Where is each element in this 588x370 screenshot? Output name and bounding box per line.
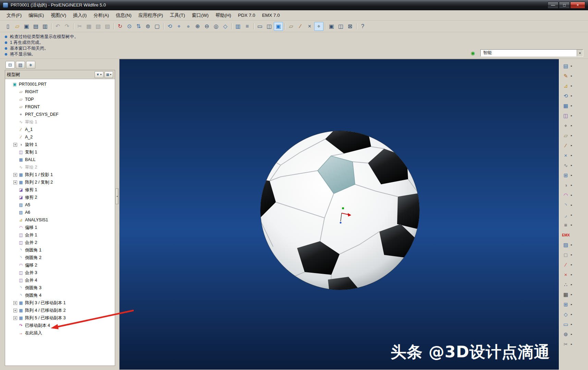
find-button[interactable]: ⊚ — [143, 22, 152, 31]
tree-item-pattern-1[interactable]: + ▦ 阵列 1 / 投影 1 — [5, 171, 115, 178]
tool-pattern[interactable]: ▦ ▸ — [562, 101, 587, 111]
emx-check[interactable]: ⊚ ▸ — [562, 329, 587, 339]
menu-edit[interactable]: 编辑(E) — [25, 11, 47, 20]
flyout-arrow-icon[interactable]: ▸ — [571, 204, 572, 207]
flyout-arrow-icon[interactable]: ▸ — [571, 343, 572, 346]
tool-revolve[interactable]: ◑ ▸ — [562, 180, 587, 190]
tree-item-round-4[interactable]: + ◝ 倒圆角 4 — [5, 292, 115, 299]
expand-icon[interactable]: + — [13, 181, 17, 184]
repaint-button[interactable]: ⟲ — [165, 22, 174, 31]
tool-offset[interactable]: ◠ ▸ — [562, 190, 587, 200]
tool-shell[interactable]: ≡ ▸ — [562, 220, 587, 230]
flyout-arrow-icon[interactable]: ▸ — [571, 164, 572, 167]
flyout-arrow-icon[interactable]: ▸ — [571, 223, 572, 226]
tree-item-pattern-4[interactable]: + ▦ 阵列 4 / 已移动副本 2 — [5, 307, 115, 314]
minimize-button[interactable]: — — [548, 2, 559, 9]
tree-settings-button[interactable]: ▦▾ — [105, 71, 113, 78]
dropdown-arrow-icon[interactable]: ▾ — [577, 50, 583, 56]
tree-item-axis-a1[interactable]: + ∕ A_1 — [5, 126, 115, 133]
tool-style[interactable]: ▤ ▸ — [562, 61, 587, 71]
tree-item-axis-a2[interactable]: + ∕ A_2 — [5, 133, 115, 141]
tree-item-merge-3[interactable]: + ◫ 合并 3 — [5, 269, 115, 276]
menu-analysis[interactable]: 分析(A) — [90, 11, 112, 20]
tree-item-offset-2[interactable]: + ◠ 偏移 2 — [5, 261, 115, 269]
tool-spin[interactable]: ⟲ ▸ — [562, 91, 587, 101]
datum-plane-toggle[interactable]: ▱ — [286, 22, 296, 31]
tree-item-quilt-a5[interactable]: + ▨ A5 — [5, 201, 115, 209]
flyout-arrow-icon[interactable]: ▸ — [571, 84, 572, 87]
new-window-button[interactable]: ▣ — [327, 22, 336, 31]
zoom-out-button[interactable]: ⊖ — [202, 22, 211, 31]
menu-tools[interactable]: 工具(T) — [167, 11, 188, 20]
refit-button[interactable]: ◎ — [211, 22, 221, 31]
expand-icon[interactable]: + — [13, 309, 17, 312]
menu-info[interactable]: 信息(N) — [113, 11, 135, 20]
tree-item-csys[interactable]: + ⌖ PRT_CSYS_DEF — [5, 111, 115, 118]
flyout-arrow-icon[interactable]: ▸ — [571, 104, 572, 107]
emx-parting-cut[interactable]: × ▸ — [562, 270, 587, 280]
flyout-arrow-icon[interactable]: ▸ — [571, 293, 572, 296]
emx-tools-label[interactable]: EMX ▸ — [562, 230, 587, 240]
flyout-arrow-icon[interactable]: ▸ — [571, 74, 572, 77]
view-manager-button[interactable]: ▥ — [233, 22, 243, 31]
save-button[interactable]: ▣ — [22, 22, 31, 31]
expand-icon[interactable]: + — [13, 301, 17, 305]
tool-datum-plane[interactable]: ▱ ▸ — [562, 131, 587, 140]
flyout-arrow-icon[interactable]: ▸ — [571, 154, 572, 157]
tool-sketch[interactable]: ✎ ▸ — [562, 71, 587, 81]
close-button[interactable]: × — [570, 2, 585, 9]
tree-item-round-1[interactable]: + ◝ 倒圆角 1 — [5, 246, 115, 254]
datum-axis-toggle[interactable]: ∕ — [296, 22, 305, 31]
tab-favorites[interactable]: ∗ — [26, 61, 35, 69]
tab-model-tree[interactable]: ⊟ — [5, 61, 15, 69]
flyout-arrow-icon[interactable]: ▸ — [571, 124, 572, 127]
paste-button[interactable]: ▧ — [94, 22, 103, 31]
tool-chamfer[interactable]: ◞ ▸ — [562, 210, 587, 220]
tree-show-button[interactable]: ▼▾ — [95, 71, 103, 78]
tree-item-round-2[interactable]: + ◝ 倒圆角 2 — [5, 254, 115, 261]
titlebar[interactable]: PRT0001 (活动的) - Pro/ENGINEER Wildfire 5.… — [0, 0, 588, 10]
menu-emx[interactable]: EMX 7.0 — [259, 11, 283, 19]
tree-item-merge-2[interactable]: + ◫ 合并 2 — [5, 239, 115, 246]
custom-regenerate-button[interactable]: ⊙ — [125, 22, 134, 31]
new-file-button[interactable]: ▯ — [3, 22, 13, 31]
flyout-arrow-icon[interactable]: ▸ — [571, 64, 572, 67]
emx-trim[interactable]: ✂ ▸ — [562, 339, 587, 349]
tree-item-revolve-1[interactable]: + ◑ 旋转 1 — [5, 141, 115, 148]
view-list-button[interactable]: ◫ — [265, 22, 274, 31]
tool-csys[interactable]: ⌖ ▸ — [562, 121, 587, 131]
emx-ejector[interactable]: ∴ ▸ — [562, 280, 587, 289]
expand-icon[interactable]: + — [13, 316, 17, 320]
paste-special-button[interactable]: ▨ — [103, 22, 112, 31]
emx-equipment[interactable]: ◇ ▸ — [562, 309, 587, 319]
layers-button[interactable]: ≡ — [243, 22, 252, 31]
context-help-button[interactable]: ? — [358, 22, 367, 31]
flyout-arrow-icon[interactable]: ▸ — [571, 213, 572, 217]
tree-item-pattern-3[interactable]: + ▦ 阵列 3 / 已移动副本 1 — [5, 299, 115, 307]
tree-item-copy-1[interactable]: + ◫ 复制 1 — [5, 148, 115, 156]
open-button[interactable]: ▱ — [13, 22, 22, 31]
tree-item-trim-2[interactable]: + ◪ 修剪 2 — [5, 194, 115, 201]
menu-window[interactable]: 窗口(W) — [189, 11, 212, 20]
flyout-arrow-icon[interactable]: ▸ — [571, 323, 572, 326]
print-button[interactable]: ▤ — [31, 22, 40, 31]
emx-mold-base[interactable]: ▨ ▸ — [562, 240, 587, 250]
expand-icon[interactable]: + — [13, 143, 17, 147]
tree-item-analysis1[interactable]: + ⊿ ANALYSIS1 — [5, 216, 115, 224]
3d-viewport[interactable]: 头条 @3D设计点滴通 — [119, 59, 559, 370]
tool-copy[interactable]: ◫ ▸ — [562, 111, 587, 121]
flyout-arrow-icon[interactable]: ▸ — [571, 174, 572, 177]
flyout-arrow-icon[interactable]: ▸ — [571, 283, 572, 286]
flyout-arrow-icon[interactable]: ▸ — [571, 194, 572, 197]
tree-item-moved-copy-4[interactable]: + ↷ 已移动副本 4 — [5, 322, 115, 329]
emx-mold-volume[interactable]: ▦ ▸ — [562, 289, 587, 299]
selection-filter-dropdown[interactable]: 智能 ▾ — [480, 49, 583, 57]
menu-pdx[interactable]: PDX 7.0 — [235, 11, 258, 19]
flyout-arrow-icon[interactable]: ▸ — [571, 273, 572, 276]
tool-datum-point[interactable]: × ▸ — [562, 150, 587, 160]
csys-display-toggle[interactable]: ⌖ — [314, 22, 323, 31]
tool-curve[interactable]: ∿ ▸ — [562, 160, 587, 170]
tree-item-sketch-1[interactable]: + ∿ 草绘 1 — [5, 118, 115, 126]
tool-datum-axis[interactable]: ∕ ▸ — [562, 140, 587, 150]
undo-button[interactable]: ↶ — [53, 22, 62, 31]
